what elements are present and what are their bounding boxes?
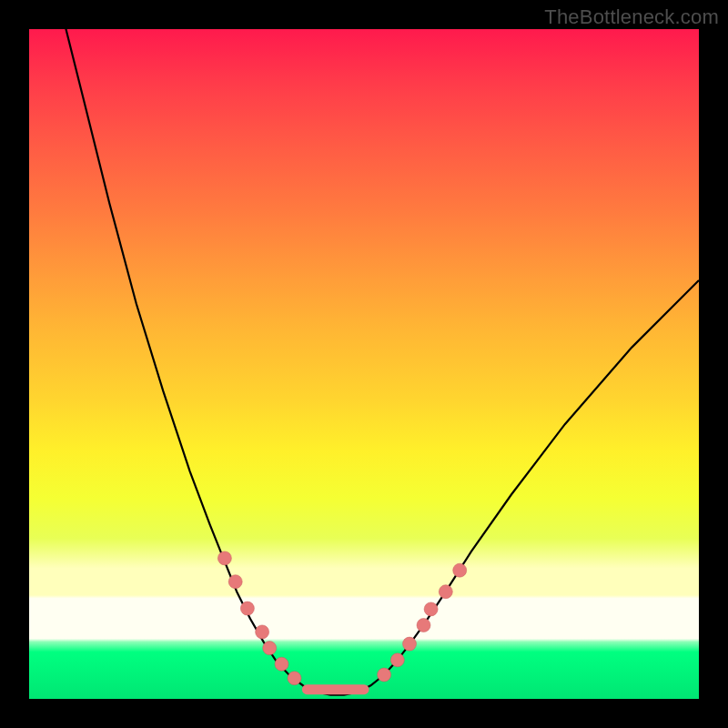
data-marker <box>378 668 391 682</box>
watermark-text: TheBottleneck.com <box>544 5 719 29</box>
data-marker <box>439 585 452 599</box>
data-marker <box>390 653 404 667</box>
data-marker <box>275 657 288 671</box>
data-marker <box>424 602 438 616</box>
bottleneck-curve <box>63 29 699 695</box>
data-marker <box>403 637 417 651</box>
plot-area <box>29 29 699 699</box>
chart-svg <box>29 29 699 699</box>
data-marker <box>228 575 242 589</box>
data-marker <box>453 563 467 577</box>
data-marker <box>217 551 231 565</box>
data-marker <box>288 672 301 685</box>
data-marker <box>263 642 277 655</box>
chart-container: TheBottleneck.com <box>0 0 728 728</box>
data-marker <box>256 625 269 639</box>
data-marker <box>240 602 254 615</box>
data-marker <box>417 619 430 632</box>
